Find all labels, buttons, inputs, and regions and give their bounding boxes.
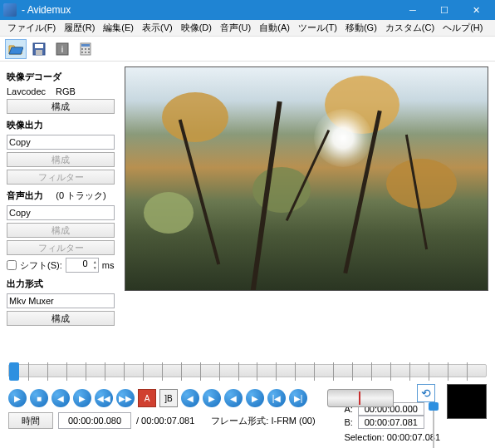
time-current-field[interactable]: 00:00:00.080 <box>58 412 131 429</box>
svg-rect-6 <box>81 44 90 47</box>
bottom-panel: ▶ ■ ◀ ▶ ◀◀ ▶▶ A ]B ◀ ▶ ◀ ▶ |◀ ▶| 時間 00:0… <box>0 354 495 447</box>
menu-file[interactable]: ファイル(F) <box>3 20 60 36</box>
format-select[interactable]: Mkv Muxer <box>7 293 115 308</box>
window-title: - Avidemux <box>22 4 397 16</box>
decoder-configure-button[interactable]: 構成 <box>7 99 115 114</box>
time-total-label: / 00:00:07.081 <box>136 416 194 426</box>
preview-pane <box>125 62 495 354</box>
player-controls: ▶ ■ ◀ ▶ ◀◀ ▶▶ A ]B ◀ ▶ ◀ ▶ |◀ ▶| <box>8 389 405 407</box>
video-output-header: 映像出力 <box>7 119 118 131</box>
menu-recent[interactable]: 履歴(R) <box>60 20 99 36</box>
menu-custom[interactable]: カスタム(C) <box>381 20 439 36</box>
menu-view[interactable]: 表示(V) <box>138 20 177 36</box>
goto-start-button[interactable]: |◀ <box>267 389 286 407</box>
next-black-button[interactable]: ▶ <box>246 389 264 407</box>
timeline-slider[interactable] <box>8 364 487 377</box>
time-button[interactable]: 時間 <box>8 412 53 429</box>
svg-rect-10 <box>81 52 83 53</box>
format-configure-button[interactable]: 構成 <box>7 311 115 326</box>
audio-configure-button[interactable]: 構成 <box>7 223 115 238</box>
menu-go[interactable]: 移動(G) <box>341 20 381 36</box>
save-icon[interactable] <box>28 39 50 59</box>
menu-auto[interactable]: 自動(A) <box>255 20 294 36</box>
next-frame-button[interactable]: ▶ <box>73 389 91 407</box>
svg-rect-2 <box>36 50 42 55</box>
prev-frame-button[interactable]: ◀ <box>51 389 70 407</box>
next-cut-button[interactable]: ▶ <box>203 389 221 407</box>
audio-filter-button[interactable]: フィルター <box>7 240 115 255</box>
shift-unit: ms <box>102 260 115 270</box>
audio-output-select[interactable]: Copy <box>7 205 115 220</box>
svg-rect-9 <box>88 48 90 50</box>
goto-end-button[interactable]: ▶| <box>289 389 307 407</box>
jog-wheel[interactable] <box>327 389 394 407</box>
decoder-format: RGB <box>56 86 76 96</box>
shift-spinner[interactable]: 0 <box>66 258 99 273</box>
prev-keyframe-button[interactable]: ◀◀ <box>95 389 113 407</box>
svg-rect-1 <box>35 44 43 48</box>
toolbar: i <box>0 37 495 62</box>
maximize-button[interactable]: ☐ <box>429 0 460 20</box>
calc-icon[interactable] <box>75 39 96 59</box>
close-button[interactable]: ✕ <box>460 0 492 20</box>
stop-button[interactable]: ■ <box>30 389 48 407</box>
timeline-thumb[interactable] <box>9 362 19 381</box>
marker-b-value: 00:00:07.081 <box>358 416 424 429</box>
svg-rect-8 <box>85 48 86 50</box>
video-preview <box>125 66 488 291</box>
selection-block: A:00:00:00.000 B:00:00:07.081 Selection:… <box>344 402 440 444</box>
marker-a-button[interactable]: A <box>138 389 156 407</box>
minimize-button[interactable]: ─ <box>397 0 429 20</box>
open-icon[interactable] <box>5 39 27 59</box>
loop-icon[interactable]: ⟲ <box>417 384 435 402</box>
format-header: 出力形式 <box>7 278 118 290</box>
titlebar: - Avidemux ─ ☐ ✕ <box>0 0 495 20</box>
play-button[interactable]: ▶ <box>8 389 27 407</box>
menu-help[interactable]: ヘルプ(H) <box>439 20 487 36</box>
decoder-codec: Lavcodec <box>7 86 46 96</box>
shift-label: シフト(S): <box>20 259 62 272</box>
menu-video[interactable]: 映像(D) <box>177 20 216 36</box>
marker-b-label: B: <box>344 416 352 429</box>
svg-rect-11 <box>85 52 86 53</box>
prev-cut-button[interactable]: ◀ <box>181 389 199 407</box>
audio-output-header: 音声出力 (0 トラック) <box>7 190 118 202</box>
prev-black-button[interactable]: ◀ <box>224 389 243 407</box>
svg-rect-7 <box>81 48 83 50</box>
audio-tracks-label: (0 トラック) <box>56 190 106 200</box>
menu-edit[interactable]: 編集(E) <box>99 20 138 36</box>
svg-rect-12 <box>88 52 90 53</box>
frame-type-label: フレーム形式: I-FRM (00) <box>211 415 315 427</box>
marker-b-button[interactable]: ]B <box>159 389 178 407</box>
app-icon <box>3 3 17 17</box>
svg-text:i: i <box>61 44 63 54</box>
selection-label: Selection: 00:00:07.081 <box>344 431 440 444</box>
next-keyframe-button[interactable]: ▶▶ <box>116 389 135 407</box>
sidebar: 映像デコーダ Lavcodec RGB 構成 映像出力 Copy 構成 フィルタ… <box>0 62 125 354</box>
volume-slider[interactable] <box>430 402 437 448</box>
decoder-header: 映像デコーダ <box>7 71 118 83</box>
audio-meter <box>447 384 487 419</box>
video-configure-button[interactable]: 構成 <box>7 152 115 167</box>
menubar: ファイル(F) 履歴(R) 編集(E) 表示(V) 映像(D) 音声(U) 自動… <box>0 20 495 37</box>
video-output-select[interactable]: Copy <box>7 135 115 150</box>
menu-audio[interactable]: 音声(U) <box>216 20 255 36</box>
shift-checkbox[interactable] <box>7 260 17 270</box>
video-filter-button[interactable]: フィルター <box>7 170 115 185</box>
menu-tools[interactable]: ツール(T) <box>294 20 341 36</box>
info-icon[interactable]: i <box>51 39 73 59</box>
